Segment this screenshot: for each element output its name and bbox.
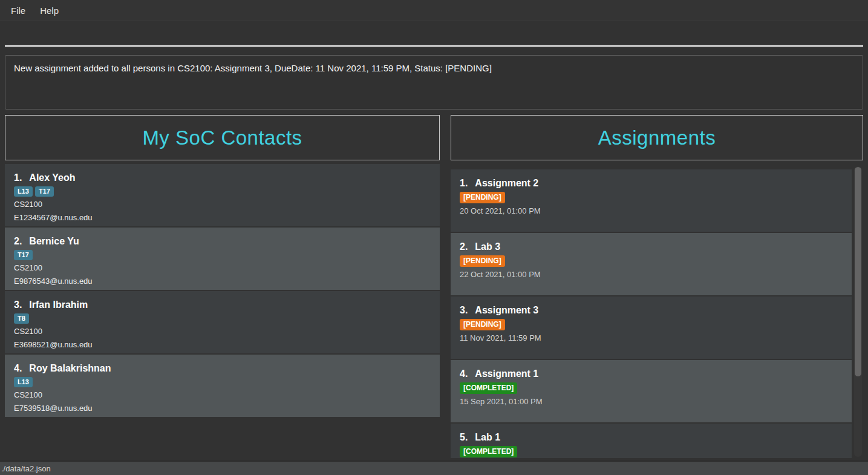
person-module: CS2100 — [14, 390, 440, 401]
assignment-name-row: 1.Assignment 2 — [460, 178, 852, 189]
person-tag: T8 — [14, 313, 29, 324]
assignment-due-date: 11 Nov 2021, 11:59 PM — [460, 333, 852, 342]
assignment-index: 5. — [460, 432, 468, 443]
assignment-name-row: 4.Assignment 1 — [460, 369, 852, 379]
assignment-status-row: [PENDING] — [460, 319, 852, 330]
assignment-card[interactable]: 2.Lab 3[PENDING]22 Oct 2021, 01:00 PM — [451, 233, 852, 295]
person-module: CS2100 — [14, 263, 440, 274]
person-email: E1234567@u.nus.edu — [14, 212, 440, 223]
person-name-row: 4.Roy Balakrishnan — [14, 363, 440, 374]
command-input[interactable] — [5, 22, 863, 47]
person-tags: T17 — [14, 250, 440, 260]
person-tags: L13T17 — [14, 186, 440, 197]
assignment-index: 1. — [460, 178, 468, 189]
main-split-pane: My SoC Contacts 1.Alex YeohL13T17CS2100E… — [0, 110, 868, 460]
assignment-status-badge: [PENDING] — [460, 192, 505, 203]
person-tag: T17 — [35, 186, 54, 197]
person-name: Bernice Yu — [29, 236, 79, 247]
assignment-list: 1.Assignment 2[PENDING]20 Oct 2021, 01:0… — [451, 163, 863, 458]
result-display: New assignment added to all persons in C… — [5, 55, 863, 110]
assignment-due-date: 15 Sep 2021, 01:00 PM — [460, 397, 852, 406]
assignment-name-row: 5.Lab 1 — [460, 432, 852, 443]
assignment-name: Lab 3 — [475, 241, 500, 252]
person-name: Alex Yeoh — [29, 172, 75, 183]
person-email: E3698521@u.nus.edu — [14, 339, 440, 350]
assignment-name: Assignment 1 — [475, 369, 538, 379]
assignment-scrollbar-thumb[interactable] — [855, 167, 861, 376]
assignment-status-row: [PENDING] — [460, 255, 852, 267]
person-list: 1.Alex YeohL13T17CS2100E1234567@u.nus.ed… — [5, 163, 440, 458]
assignment-status-row: [PENDING] — [460, 192, 852, 203]
assignment-status-badge: [COMPLETED] — [460, 446, 517, 457]
person-name-row: 3.Irfan Ibrahim — [14, 300, 440, 310]
assignment-card[interactable]: 5.Lab 1[COMPLETED] — [451, 424, 852, 458]
command-box-container — [0, 21, 868, 49]
contacts-panel-header: My SoC Contacts — [5, 115, 440, 160]
assignment-status-badge: [COMPLETED] — [460, 382, 517, 394]
assignments-panel-title: Assignments — [598, 126, 716, 149]
status-bar: ./data/ta2.json — [0, 460, 868, 475]
assignment-status-badge: [PENDING] — [460, 319, 505, 330]
person-name-row: 2.Bernice Yu — [14, 236, 440, 247]
assignment-name: Lab 1 — [475, 432, 500, 443]
person-module: CS2100 — [14, 199, 440, 210]
person-tag: T17 — [14, 250, 33, 260]
person-card[interactable]: 3.Irfan IbrahimT8CS2100E3698521@u.nus.ed… — [5, 291, 440, 353]
person-index: 4. — [14, 363, 22, 374]
person-tag: L13 — [14, 377, 33, 387]
assignment-status-badge: [PENDING] — [460, 255, 505, 267]
assignment-index: 2. — [460, 241, 468, 252]
contacts-panel-title: My SoC Contacts — [142, 126, 302, 149]
assignment-due-date: 22 Oct 2021, 01:00 PM — [460, 270, 852, 279]
result-text: New assignment added to all persons in C… — [14, 63, 492, 73]
assignments-panel-header: Assignments — [451, 115, 863, 160]
menu-bar: FileHelp — [0, 0, 868, 21]
save-location-label: ./data/ta2.json — [1, 464, 51, 473]
assignment-index: 4. — [460, 369, 468, 379]
person-index: 1. — [14, 172, 22, 183]
menu-item-help[interactable]: Help — [33, 2, 66, 19]
assignment-name-row: 3.Assignment 3 — [460, 305, 852, 316]
person-card[interactable]: 1.Alex YeohL13T17CS2100E1234567@u.nus.ed… — [5, 164, 440, 226]
assignment-index: 3. — [460, 305, 468, 316]
contacts-panel: My SoC Contacts 1.Alex YeohL13T17CS2100E… — [5, 115, 440, 458]
person-name-row: 1.Alex Yeoh — [14, 172, 440, 183]
person-name: Irfan Ibrahim — [29, 300, 88, 310]
person-tags: L13 — [14, 377, 440, 387]
person-tag: L13 — [14, 186, 33, 197]
assignment-scrollbar-track[interactable] — [854, 166, 862, 457]
assignment-card[interactable]: 4.Assignment 1[COMPLETED]15 Sep 2021, 01… — [451, 360, 852, 422]
app-window: FileHelp New assignment added to all per… — [0, 0, 868, 475]
menu-item-file[interactable]: File — [4, 2, 33, 19]
assignment-card[interactable]: 3.Assignment 3[PENDING]11 Nov 2021, 11:5… — [451, 296, 852, 359]
person-module: CS2100 — [14, 326, 440, 337]
assignment-status-row: [COMPLETED] — [460, 382, 852, 394]
assignment-card[interactable]: 1.Assignment 2[PENDING]20 Oct 2021, 01:0… — [451, 169, 852, 232]
assignment-name-row: 2.Lab 3 — [460, 241, 852, 252]
person-email: E7539518@u.nus.edu — [14, 403, 440, 414]
assignment-name: Assignment 3 — [475, 305, 538, 316]
assignment-status-row: [COMPLETED] — [460, 446, 852, 457]
person-name: Roy Balakrishnan — [29, 363, 111, 374]
person-card[interactable]: 4.Roy BalakrishnanL13CS2100E7539518@u.nu… — [5, 355, 440, 417]
person-card[interactable]: 2.Bernice YuT17CS2100E9876543@u.nus.edu — [5, 228, 440, 290]
person-index: 3. — [14, 300, 22, 310]
assignment-list-wrap: 1.Assignment 2[PENDING]20 Oct 2021, 01:0… — [451, 163, 863, 458]
assignment-name: Assignment 2 — [475, 178, 538, 189]
assignment-due-date: 20 Oct 2021, 01:00 PM — [460, 206, 852, 215]
person-tags: T8 — [14, 313, 440, 324]
assignments-panel: Assignments 1.Assignment 2[PENDING]20 Oc… — [451, 115, 863, 458]
person-email: E9876543@u.nus.edu — [14, 276, 440, 287]
person-index: 2. — [14, 236, 22, 247]
